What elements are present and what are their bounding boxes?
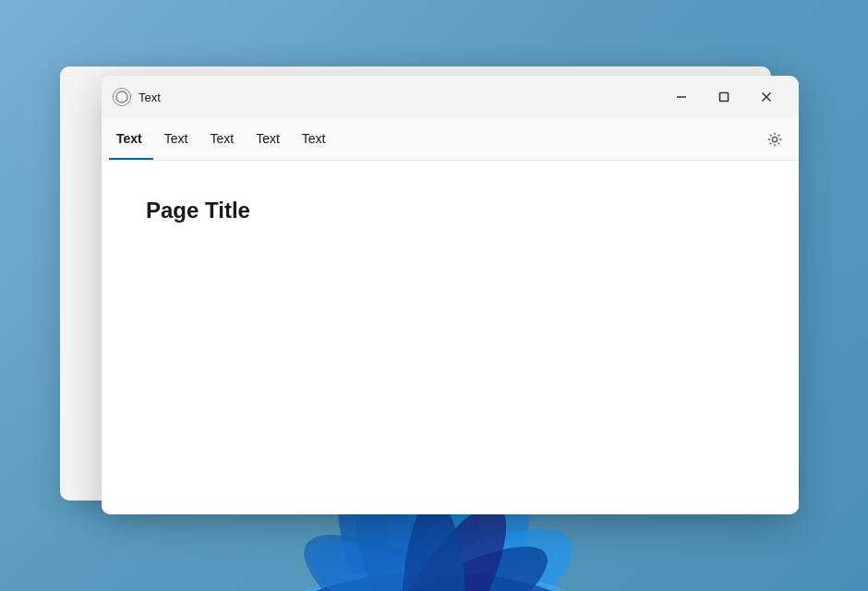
nav-tab-2[interactable]: Text xyxy=(199,118,245,160)
nav-tabs: Text Text Text Text Text xyxy=(109,118,758,160)
nav-tab-4[interactable]: Text xyxy=(291,118,337,160)
svg-point-12 xyxy=(116,91,127,103)
nav-tab-1[interactable]: Text xyxy=(153,118,199,160)
nav-tab-3[interactable]: Text xyxy=(245,118,291,160)
gear-icon xyxy=(766,131,783,148)
close-icon xyxy=(761,91,772,103)
close-button[interactable] xyxy=(745,82,788,112)
window-title: Text xyxy=(139,90,660,104)
content-area: Page Title xyxy=(102,161,799,514)
svg-point-9 xyxy=(304,522,564,591)
minimize-button[interactable] xyxy=(660,82,703,112)
page-title: Page Title xyxy=(146,198,754,223)
svg-rect-14 xyxy=(720,93,729,102)
window-controls xyxy=(660,82,788,112)
app-icon xyxy=(113,88,131,106)
foreground-window: Text Text Text Te xyxy=(102,76,799,514)
svg-point-17 xyxy=(772,137,777,141)
settings-button[interactable] xyxy=(758,123,791,156)
svg-point-6 xyxy=(286,573,582,591)
circle-icon xyxy=(115,90,129,104)
navbar: Text Text Text Text Text xyxy=(102,118,799,161)
titlebar: Text xyxy=(102,76,799,118)
minimize-icon xyxy=(676,91,687,103)
nav-tab-0[interactable]: Text xyxy=(109,118,153,160)
maximize-icon xyxy=(718,91,729,103)
svg-point-4 xyxy=(277,568,591,591)
svg-point-5 xyxy=(283,505,585,591)
maximize-button[interactable] xyxy=(703,82,745,112)
svg-point-7 xyxy=(294,513,575,591)
